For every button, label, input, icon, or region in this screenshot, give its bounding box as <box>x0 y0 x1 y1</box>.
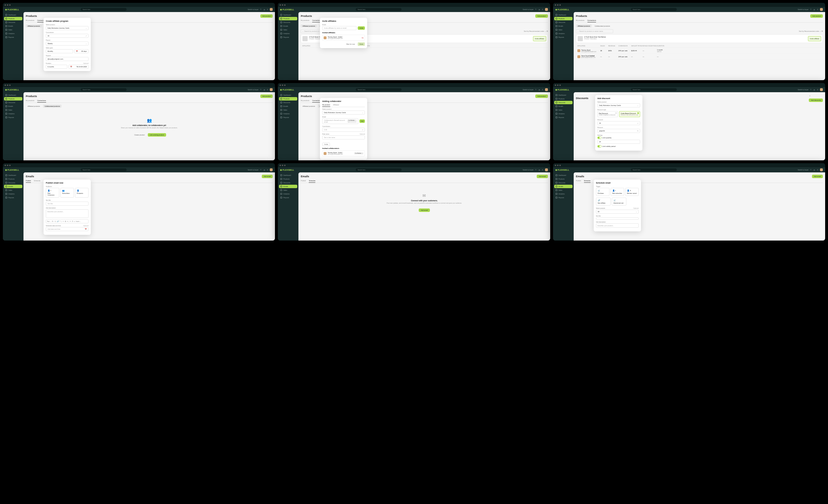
skip-button[interactable]: Skip for now <box>344 42 357 46</box>
add-email-button[interactable]: Add email <box>262 175 273 178</box>
add-product-button[interactable]: Add product <box>535 94 548 98</box>
sidebar-item-analytics[interactable]: Analytics <box>554 112 573 115</box>
sidebar-item-sales[interactable]: Sales <box>279 28 297 32</box>
search-input[interactable]: Search here <box>356 8 402 11</box>
link-product-button[interactable]: Link existing product <box>148 133 166 137</box>
product-search[interactable]: ⌕Search by product or owner name <box>576 29 613 33</box>
subtab-affiliated[interactable]: Affiliated products <box>576 24 592 28</box>
notifications-icon[interactable]: ◔ <box>538 8 540 11</box>
audience-prospects[interactable]: 👤Prospects <box>75 188 88 198</box>
sidebar-item-sales[interactable]: Sales <box>4 188 22 192</box>
tab-connections[interactable]: Connections <box>312 19 321 22</box>
highlight-icon[interactable]: ✎ <box>70 220 71 222</box>
avatar[interactable] <box>820 8 823 11</box>
sidebar-item-products[interactable]: Products <box>554 97 573 100</box>
chevron-down-icon[interactable]: ⌄ <box>544 30 546 32</box>
chevron-down-icon[interactable]: ⌄ <box>819 30 821 32</box>
sidebar-item-discounts[interactable]: Discounts <box>279 181 297 184</box>
switch-buyer-link[interactable]: Switch to buyer <box>248 89 259 90</box>
sidebar-item-analytics[interactable]: Analytics <box>4 112 22 115</box>
payout-select[interactable]: Weekly⌄ <box>46 42 88 46</box>
notifications-icon[interactable]: ◔ <box>263 169 265 171</box>
avatar[interactable] <box>545 88 548 91</box>
sales-input[interactable]: Monthly <box>46 49 73 53</box>
search-input[interactable]: Search here <box>356 168 402 171</box>
sidebar-item-payouts[interactable]: Payouts <box>554 116 573 119</box>
notifications-icon[interactable]: ◔ <box>263 8 265 11</box>
sidebar-item-discounts[interactable]: Discounts <box>279 20 297 24</box>
flat-discount-option[interactable]: Flat DiscountVisible & applied to everyo… <box>597 111 618 117</box>
avatar[interactable] <box>270 8 273 11</box>
tab-my-products[interactable]: My products <box>301 19 309 22</box>
sidebar-item-discounts[interactable]: Discounts <box>554 20 573 24</box>
support-input[interactable]: @sup@yonigram.com. <box>46 57 88 61</box>
switch-buyer-link[interactable]: Switch to buyer <box>248 9 259 10</box>
search-input[interactable]: Search here <box>631 168 677 171</box>
sidebar-item-dashboard[interactable]: Dashboard <box>279 173 297 177</box>
sidebar-item-emails[interactable]: Emails <box>554 24 573 28</box>
rich-text-toolbar[interactable]: Text ⌄BIU🔗❝|<>S̶✕|✎☰≡Insert ⌄ <box>46 219 88 223</box>
sidebar-item-payouts[interactable]: Payouts <box>554 36 573 39</box>
trigger-new-affiliate[interactable]: 🔗New affiliate <box>596 198 611 206</box>
sidebar-item-payouts[interactable]: Payouts <box>4 116 22 119</box>
sidebar-item-emails[interactable]: Emails <box>279 24 297 28</box>
sidebar-item-discounts[interactable]: Discounts <box>4 20 22 24</box>
sidebar-item-payouts[interactable]: Payouts <box>4 196 22 199</box>
quantity-input[interactable]: 24 <box>597 140 640 144</box>
filter-icon[interactable]: ⚙ <box>821 30 823 32</box>
sidebar-item-dashboard[interactable]: Dashboard <box>4 13 22 16</box>
help-icon[interactable]: ? <box>810 88 812 91</box>
help-icon[interactable]: ? <box>810 169 812 171</box>
tab-my-product[interactable]: My product <box>322 104 330 107</box>
help-icon[interactable]: ? <box>810 8 812 11</box>
sidebar-item-discounts[interactable]: Discounts <box>554 181 573 184</box>
help-icon[interactable]: ? <box>535 8 537 11</box>
notifications-icon[interactable]: ◔ <box>813 88 815 91</box>
sidebar-item-sales[interactable]: Sales <box>554 28 573 32</box>
menu-icon[interactable]: ≡ <box>817 169 819 171</box>
sidebar-item-emails[interactable]: Emails <box>279 104 297 108</box>
search-icon[interactable]: ⌕ <box>809 94 811 97</box>
text-dropdown[interactable]: Text ⌄ <box>47 220 51 222</box>
sidebar-item-analytics[interactable]: Analytics <box>554 192 573 196</box>
code-discount-option[interactable]: Code-Based DiscountDiscount only with pr… <box>619 111 640 117</box>
trigger-new-subscriber[interactable]: 👤+New subscriber <box>611 188 624 196</box>
days-input[interactable]: 📅30 days <box>74 49 88 53</box>
sidebar-item-dashboard[interactable]: Dashboard <box>554 173 573 177</box>
menu-icon[interactable]: ≡ <box>542 8 544 11</box>
insert-dropdown[interactable]: Insert ⌄ <box>76 220 81 222</box>
menu-icon[interactable]: ≡ <box>266 88 268 91</box>
subtab-affiliated[interactable]: Affiliated products <box>26 104 42 108</box>
menu-icon[interactable]: ≡ <box>817 8 819 11</box>
search-input[interactable]: Search here <box>631 88 677 91</box>
search-input[interactable]: Search here <box>356 88 402 91</box>
trigger-member-cancel[interactable]: 👤✕Member cancel <box>625 188 639 196</box>
avatar[interactable] <box>545 168 548 171</box>
sidebar-item-analytics[interactable]: Analytics <box>4 192 22 196</box>
list-icon[interactable]: ☰ <box>72 220 73 222</box>
product-select[interactable]: All⌄ <box>596 210 639 214</box>
avatar[interactable] <box>270 88 273 91</box>
search-input[interactable]: Search here <box>81 8 127 11</box>
avatar[interactable] <box>270 168 273 171</box>
switch-buyer-link[interactable]: Switch to buyer <box>798 169 809 171</box>
add-email-button[interactable]: Add email <box>537 175 548 178</box>
tab-schedule[interactable]: Schedule <box>584 180 590 183</box>
sidebar-item-dashboard[interactable]: Dashboard <box>554 93 573 97</box>
help-icon[interactable]: ? <box>535 169 537 171</box>
invite-button[interactable]: Invite <box>358 26 365 30</box>
discount-input[interactable]: 16⤢ <box>597 121 640 125</box>
invite-affiliate-button[interactable]: Invite affiliate <box>808 36 821 41</box>
audience-past-customers[interactable]: 👤+Past Customers <box>46 188 59 198</box>
menu-icon[interactable]: ≡ <box>817 88 819 91</box>
add-button[interactable]: Add <box>360 119 365 123</box>
audience-subscribers[interactable]: 👥Subscribers <box>60 188 74 198</box>
sidebar-item-payouts[interactable]: Payouts <box>279 116 297 119</box>
sidebar-item-emails[interactable]: Emails <box>554 104 573 108</box>
title-input[interactable]: Set title <box>46 202 88 206</box>
filter-icon[interactable]: ⚙ <box>546 30 548 32</box>
create-product-button[interactable]: Create product <box>133 133 147 137</box>
sidebar-item-payouts[interactable]: Payouts <box>4 36 22 39</box>
sidebar-item-sales[interactable]: Sales <box>279 108 297 112</box>
sidebar-item-dashboard[interactable]: Dashboard <box>4 93 22 97</box>
